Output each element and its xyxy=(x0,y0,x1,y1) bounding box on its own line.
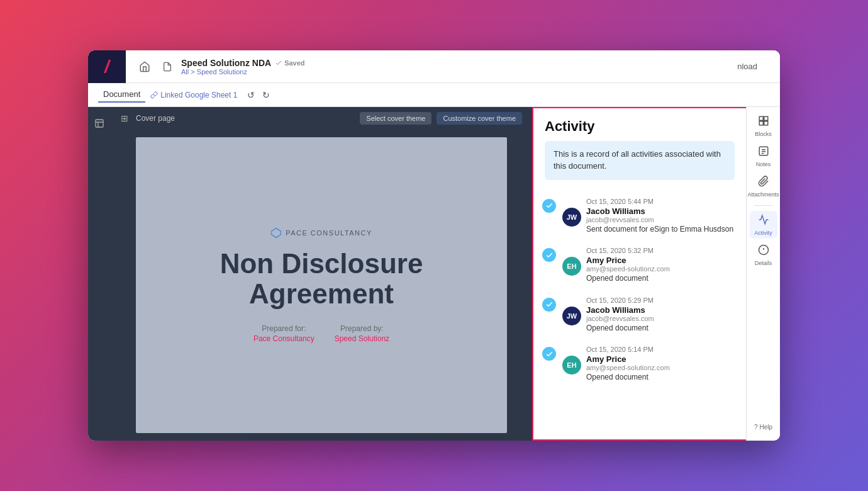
activity-details: Oct 15, 2020 5:32 PM Amy Price amy@speed… xyxy=(586,247,738,284)
sidebar-btn-activity[interactable]: Activity xyxy=(750,211,777,239)
blocks-icon xyxy=(758,115,769,130)
doc-title: Speed Solutionz NDA Saved xyxy=(181,58,305,68)
activity-details: Oct 15, 2020 5:29 PM Jacob Williams jaco… xyxy=(586,296,738,334)
page-icon: ⊞ xyxy=(121,113,128,123)
svg-rect-7 xyxy=(764,121,767,125)
check-icon xyxy=(542,298,556,312)
details-label: Details xyxy=(755,260,772,266)
top-bar: / Speed Solutionz NDA Saved All > xyxy=(88,50,780,83)
right-sidebar: Blocks Notes Attachments Activity Detail… xyxy=(746,107,780,441)
download-button[interactable]: nload xyxy=(732,59,762,74)
undo-button[interactable]: ↺ xyxy=(245,89,257,101)
left-sidebar-page-icon[interactable] xyxy=(91,115,108,132)
activity-content: JW Oct 15, 2020 5:44 PM Jacob Williams j… xyxy=(562,198,738,235)
activity-content: EH Oct 15, 2020 5:32 PM Amy Price amy@sp… xyxy=(562,247,738,284)
activity-name: Jacob Williams xyxy=(586,305,738,315)
left-sidebar xyxy=(88,107,111,441)
help-button[interactable]: ? Help xyxy=(750,418,777,436)
activity-name: Amy Price xyxy=(586,354,738,364)
activity-email: amy@speed-solutionz.com xyxy=(586,265,738,273)
saved-badge: Saved xyxy=(275,59,304,67)
activity-item: EH Oct 15, 2020 5:14 PM Amy Price amy@sp… xyxy=(533,339,746,389)
undo-redo-group: ↺ ↻ xyxy=(245,89,272,101)
tab-linked-sheet[interactable]: Linked Google Sheet 1 xyxy=(150,91,237,99)
activity-icon xyxy=(758,214,769,229)
activity-label: Activity xyxy=(754,230,772,236)
avatar: EH xyxy=(562,356,581,375)
doc-prepared: Prepared for: Pace Consultancy Prepared … xyxy=(253,324,389,343)
avatar: JW xyxy=(562,208,581,227)
activity-header: Activity This is a record of all activit… xyxy=(533,108,746,186)
help-icon: ? xyxy=(754,424,758,431)
tab-document[interactable]: Document xyxy=(98,87,145,103)
prepared-by: Prepared by: Speed Solutionz xyxy=(335,324,389,343)
activity-details: Oct 15, 2020 5:14 PM Amy Price amy@speed… xyxy=(586,346,738,383)
activity-title: Activity xyxy=(545,118,735,135)
cover-page-bar: ⊞ Cover page Select cover theme Customiz… xyxy=(111,107,532,130)
activity-name: Jacob Williams xyxy=(586,206,738,216)
notes-icon xyxy=(758,145,769,160)
check-icon xyxy=(542,199,556,213)
sidebar-btn-attachments[interactable]: Attachments xyxy=(750,172,777,200)
check-icon xyxy=(542,347,556,361)
help-label: Help xyxy=(759,424,772,431)
attachments-icon xyxy=(758,176,769,190)
prepared-for: Prepared for: Pace Consultancy xyxy=(253,324,314,343)
sidebar-divider xyxy=(754,205,773,206)
activity-list: JW Oct 15, 2020 5:44 PM Jacob Williams j… xyxy=(533,186,746,439)
editor-area: ⊞ Cover page Select cover theme Customiz… xyxy=(111,107,532,441)
activity-info-box: This is a record of all activities assoc… xyxy=(545,141,735,180)
activity-time: Oct 15, 2020 5:44 PM xyxy=(586,198,738,205)
svg-rect-5 xyxy=(764,116,767,120)
top-bar-actions: nload xyxy=(732,59,770,74)
activity-panel: Activity This is a record of all activit… xyxy=(532,107,746,441)
activity-time: Oct 15, 2020 5:32 PM xyxy=(586,247,738,254)
svg-rect-0 xyxy=(96,120,103,127)
activity-email: jacob@revvsales.com xyxy=(586,216,738,223)
top-bar-content: Speed Solutionz NDA Saved All > Speed So… xyxy=(126,58,780,76)
check-icon xyxy=(542,248,556,262)
activity-action: Sent document for eSign to Emma Husdson xyxy=(586,225,738,235)
document-canvas: PACE CONSULTANCY Non Disclosure Agreemen… xyxy=(136,137,507,433)
breadcrumb: All > Speed Solutionz xyxy=(181,68,305,76)
activity-content: JW Oct 15, 2020 5:29 PM Jacob Williams j… xyxy=(562,296,738,334)
app-window: / Speed Solutionz NDA Saved All > xyxy=(88,50,780,441)
svg-rect-6 xyxy=(759,121,763,125)
activity-item: EH Oct 15, 2020 5:32 PM Amy Price amy@sp… xyxy=(533,240,746,290)
doc-title-area: Speed Solutionz NDA Saved All > Speed So… xyxy=(181,58,305,76)
notes-label: Notes xyxy=(756,161,771,167)
activity-action: Opened document xyxy=(586,373,738,383)
cover-page-label: Cover page xyxy=(136,114,175,123)
avatar: EH xyxy=(562,257,581,276)
activity-time: Oct 15, 2020 5:29 PM xyxy=(586,296,738,304)
customize-cover-button[interactable]: Customize cover theme xyxy=(437,112,522,125)
activity-content: EH Oct 15, 2020 5:14 PM Amy Price amy@sp… xyxy=(562,346,738,383)
activity-email: jacob@revvsales.com xyxy=(586,315,738,322)
blocks-label: Blocks xyxy=(755,131,772,137)
svg-rect-4 xyxy=(759,116,763,120)
pace-logo: PACE CONSULTANCY xyxy=(270,227,372,239)
logo-area: / xyxy=(88,50,126,83)
select-cover-button[interactable]: Select cover theme xyxy=(360,112,431,125)
activity-action: Opened document xyxy=(586,274,738,284)
sidebar-btn-details[interactable]: Details xyxy=(750,241,777,269)
logo-icon: / xyxy=(104,57,109,77)
activity-item: JW Oct 15, 2020 5:44 PM Jacob Williams j… xyxy=(533,191,746,241)
activity-action: Opened document xyxy=(586,324,738,334)
redo-button[interactable]: ↻ xyxy=(260,89,272,101)
sidebar-btn-blocks[interactable]: Blocks xyxy=(750,112,777,140)
main-area: ⊞ Cover page Select cover theme Customiz… xyxy=(88,107,780,441)
avatar: JW xyxy=(562,307,581,325)
sidebar-btn-notes[interactable]: Notes xyxy=(750,142,777,170)
attachments-label: Attachments xyxy=(747,191,779,198)
cover-page-actions: Select cover theme Customize cover theme xyxy=(360,112,522,125)
doc-main-title: Non Disclosure Agreement xyxy=(220,249,423,310)
toolbar: Document Linked Google Sheet 1 ↺ ↻ xyxy=(88,83,780,107)
activity-item: JW Oct 15, 2020 5:29 PM Jacob Williams j… xyxy=(533,290,746,340)
activity-time: Oct 15, 2020 5:14 PM xyxy=(586,346,738,353)
activity-email: amy@speed-solutionz.com xyxy=(586,364,738,371)
details-icon xyxy=(758,244,769,259)
svg-marker-3 xyxy=(272,228,281,237)
home-icon[interactable] xyxy=(136,58,153,76)
document-icon xyxy=(159,58,176,76)
